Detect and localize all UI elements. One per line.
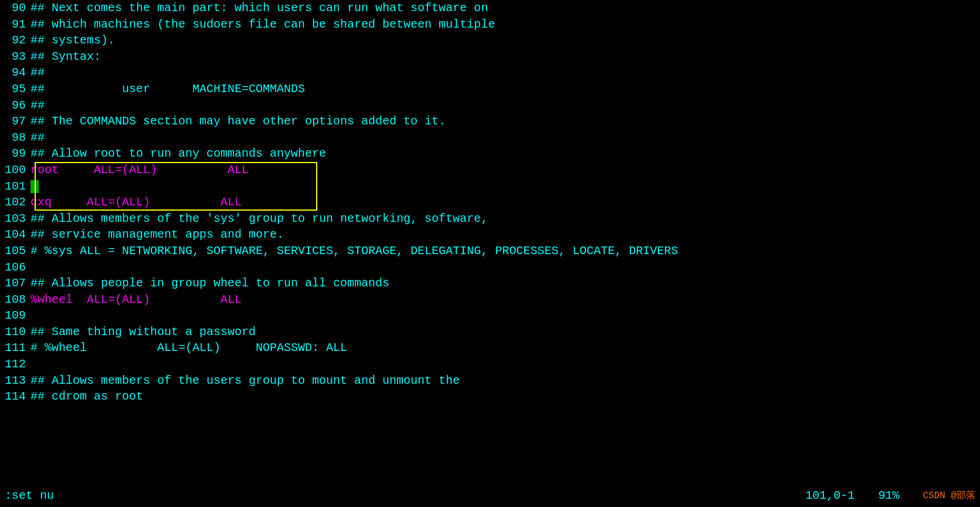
line-number-99: 99 bbox=[0, 146, 30, 162]
line-111: 111 # %wheel ALL=(ALL) NOPASSWD: ALL bbox=[0, 340, 980, 356]
line-number-106: 106 bbox=[0, 259, 30, 276]
line-93: 93 ## Syntax: bbox=[0, 49, 980, 65]
line-94: 94 ## bbox=[0, 65, 980, 81]
line-number-104: 104 bbox=[0, 227, 30, 243]
line-108: 108 %wheel ALL=(ALL) ALL bbox=[0, 292, 980, 308]
line-number-107: 107 bbox=[0, 275, 30, 292]
line-content-110: ## Same thing without a password bbox=[30, 324, 980, 340]
line-number-90: 90 bbox=[0, 0, 30, 16]
line-number-111: 111 bbox=[0, 340, 30, 356]
line-107: 107 ## Allows people in group wheel to r… bbox=[0, 275, 980, 292]
line-109: 109 bbox=[0, 307, 980, 324]
line-95: 95 ## user MACHINE=COMMANDS bbox=[0, 81, 980, 97]
line-content-95: ## user MACHINE=COMMANDS bbox=[30, 81, 980, 97]
line-content-94: ## bbox=[30, 65, 980, 81]
status-position: 101,0-1 bbox=[805, 488, 854, 504]
line-content-114: ## cdrom as root bbox=[30, 388, 980, 405]
line-number-112: 112 bbox=[0, 356, 30, 373]
root-user: root bbox=[30, 163, 59, 177]
line-content-90: ## Next comes the main part: which users… bbox=[30, 0, 980, 16]
line-90: 90 ## Next comes the main part: which us… bbox=[0, 0, 980, 16]
line-96: 96 ## bbox=[0, 97, 980, 114]
line-number-101: 101 bbox=[0, 178, 30, 195]
line-content-98: ## bbox=[30, 130, 980, 146]
line-102: 102 cxq ALL=(ALL) ALL bbox=[0, 194, 980, 211]
line-content-101 bbox=[30, 178, 980, 195]
line-number-102: 102 bbox=[0, 194, 30, 211]
line-content-113: ## Allows members of the users group to … bbox=[30, 373, 980, 389]
line-number-110: 110 bbox=[0, 324, 30, 340]
line-113: 113 ## Allows members of the users group… bbox=[0, 373, 980, 389]
line-number-113: 113 bbox=[0, 373, 30, 389]
line-number-96: 96 bbox=[0, 97, 30, 114]
line-100: 100 root ALL=(ALL) ALL bbox=[0, 162, 980, 178]
line-number-97: 97 bbox=[0, 113, 30, 130]
code-area: 90 ## Next comes the main part: which us… bbox=[0, 0, 980, 484]
line-number-114: 114 bbox=[0, 388, 30, 405]
line-number-93: 93 bbox=[0, 49, 30, 65]
line-content-108: %wheel ALL=(ALL) ALL bbox=[30, 292, 980, 308]
line-number-105: 105 bbox=[0, 243, 30, 259]
line-91: 91 ## which machines (the sudoers file c… bbox=[0, 16, 980, 33]
text-cursor bbox=[30, 180, 39, 193]
line-106: 106 bbox=[0, 259, 980, 276]
line-number-108: 108 bbox=[0, 292, 30, 308]
line-number-92: 92 bbox=[0, 32, 30, 49]
line-content-91: ## which machines (the sudoers file can … bbox=[30, 16, 980, 33]
line-98: 98 ## bbox=[0, 130, 980, 146]
line-content-102: cxq ALL=(ALL) ALL bbox=[30, 194, 980, 211]
wheel-rule: ALL=(ALL) ALL bbox=[73, 293, 242, 306]
line-99: 99 ## Allow root to run any commands any… bbox=[0, 146, 980, 162]
status-right: 101,0-1 91% CSDN @部落 bbox=[805, 488, 975, 504]
status-command[interactable]: :set nu bbox=[5, 488, 54, 504]
line-112: 112 bbox=[0, 356, 980, 373]
line-110: 110 ## Same thing without a password bbox=[0, 324, 980, 340]
line-content-99: ## Allow root to run any commands anywhe… bbox=[30, 146, 980, 162]
line-content-103: ## Allows members of the 'sys' group to … bbox=[30, 211, 980, 227]
line-content-97: ## The COMMANDS section may have other o… bbox=[30, 113, 980, 130]
line-number-103: 103 bbox=[0, 211, 30, 227]
wheel-user: %wheel bbox=[30, 293, 73, 306]
line-number-91: 91 bbox=[0, 16, 30, 33]
line-number-109: 109 bbox=[0, 307, 30, 324]
root-rule: ALL=(ALL) ALL bbox=[59, 163, 249, 177]
editor-container: 90 ## Next comes the main part: which us… bbox=[0, 0, 980, 507]
line-number-95: 95 bbox=[0, 81, 30, 97]
line-number-94: 94 bbox=[0, 65, 30, 81]
line-104: 104 ## service management apps and more. bbox=[0, 227, 980, 243]
line-97: 97 ## The COMMANDS section may have othe… bbox=[0, 113, 980, 130]
line-number-98: 98 bbox=[0, 130, 30, 146]
lines-wrapper: 90 ## Next comes the main part: which us… bbox=[0, 0, 980, 405]
line-92: 92 ## systems). bbox=[0, 32, 980, 49]
line-content-92: ## systems). bbox=[30, 32, 980, 49]
line-content-104: ## service management apps and more. bbox=[30, 227, 980, 243]
cxq-rule: ALL=(ALL) ALL bbox=[52, 195, 242, 209]
status-brand: CSDN @部落 bbox=[923, 489, 975, 502]
line-114: 114 ## cdrom as root bbox=[0, 388, 980, 405]
status-bar: :set nu 101,0-1 91% CSDN @部落 bbox=[0, 485, 980, 507]
line-content-93: ## Syntax: bbox=[30, 49, 980, 65]
line-105: 105 # %sys ALL = NETWORKING, SOFTWARE, S… bbox=[0, 243, 980, 259]
status-percent: 91% bbox=[878, 488, 899, 504]
line-content-107: ## Allows people in group wheel to run a… bbox=[30, 275, 980, 292]
line-content-111: # %wheel ALL=(ALL) NOPASSWD: ALL bbox=[30, 340, 980, 356]
line-101: 101 bbox=[0, 178, 980, 195]
line-content-105: # %sys ALL = NETWORKING, SOFTWARE, SERVI… bbox=[30, 243, 980, 259]
line-content-100: root ALL=(ALL) ALL bbox=[30, 162, 980, 178]
line-103: 103 ## Allows members of the 'sys' group… bbox=[0, 211, 980, 227]
cxq-user: cxq bbox=[30, 195, 52, 209]
highlight-block: 100 root ALL=(ALL) ALL 101 102 cxq ALL=(… bbox=[0, 162, 980, 211]
line-number-100: 100 bbox=[0, 162, 30, 178]
line-content-96: ## bbox=[30, 97, 980, 114]
